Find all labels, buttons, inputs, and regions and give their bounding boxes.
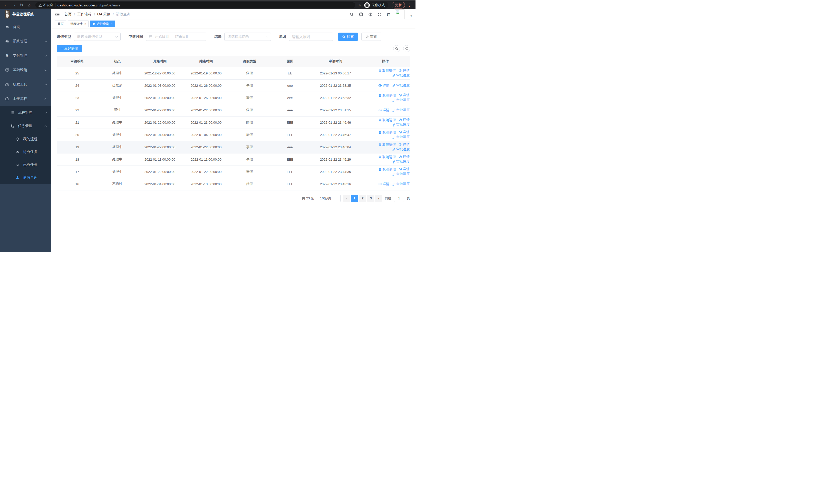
goto-page-input[interactable] [394,195,404,202]
leave-type-select[interactable]: 请选择请假类型 [74,33,121,41]
url-bar[interactable]: 不安全 dashboard.yudao.iocoder.cn/bpm/oa/le… [35,2,355,8]
cell-status: 处理中 [98,128,137,141]
toggle-search-button[interactable] [393,45,400,52]
progress-action-link[interactable]: 审批进度 [392,73,409,78]
cell-status: 处理中 [98,116,137,128]
page-button-3[interactable]: 3 [367,195,374,202]
detail-action-link[interactable]: 详情 [399,93,409,97]
collapse-sidebar-icon[interactable] [55,12,60,17]
avatar[interactable] [395,9,404,19]
update-button[interactable]: 更新 [392,2,405,8]
cancel-action-link[interactable]: 取消请假 [378,155,396,159]
edit-icon [392,160,396,164]
progress-action-link[interactable]: 审批进度 [392,159,409,164]
sidebar-item-done-task[interactable]: 已办任务 [0,158,51,171]
fullscreen-icon[interactable] [377,12,382,17]
reset-button[interactable]: 重置 [361,33,381,41]
prev-page-button[interactable]: ‹ [343,195,350,202]
page-size-select[interactable]: 10条/页 [317,195,341,202]
breadcrumb-workflow[interactable]: 工作流程 [77,12,92,17]
cell-id: 23 [57,92,98,104]
search-button[interactable]: 搜索 [338,33,358,41]
view-icon [378,84,382,87]
cancel-action-link[interactable]: 取消请假 [378,130,396,135]
progress-action-link[interactable]: 审批进度 [392,122,409,127]
detail-action-link[interactable]: 详情 [378,83,389,88]
detail-action-label: 详情 [403,68,409,73]
progress-action-link[interactable]: 审批进度 [392,83,409,88]
help-icon[interactable] [368,12,373,17]
detail-action-link[interactable]: 详情 [399,130,409,135]
github-icon[interactable] [359,12,364,17]
page-button-2[interactable]: 2 [359,195,366,202]
sidebar-item-task-mgmt[interactable]: 任务管理 [0,119,51,133]
progress-action-link[interactable]: 审批进度 [392,182,409,186]
cancel-action-link[interactable]: 取消请假 [378,142,396,147]
detail-action-link[interactable]: 详情 [399,167,409,171]
sidebar-item-todo-task[interactable]: 待办任务 [0,146,51,158]
caret-down-icon[interactable]: ▾ [410,14,412,19]
progress-action-link[interactable]: 审批进度 [392,147,409,152]
chevron-down-icon [45,111,47,114]
progress-action-link[interactable]: 审批进度 [392,108,409,112]
sidebar-item-system[interactable]: 系统管理 [0,34,51,49]
sidebar-item-leave-query[interactable]: 请假查询 [0,171,51,184]
cell-end: 2022-01-26 00:00:00 [183,79,229,92]
forward-icon[interactable]: → [11,2,17,8]
detail-action-link[interactable]: 详情 [378,108,389,112]
reason-input[interactable] [292,35,330,39]
page-button-1[interactable]: 1 [351,195,358,202]
sidebar-item-pay[interactable]: ¥ 支付管理 [0,49,51,63]
next-page-button[interactable]: › [375,195,382,202]
home-icon[interactable]: ⌂ [26,2,32,8]
cancel-action-link[interactable]: 取消请假 [378,118,396,122]
font-size-icon[interactable]: tT [387,12,390,17]
detail-action-link[interactable]: 详情 [378,182,389,186]
cancel-action-link[interactable]: 取消请假 [378,93,396,98]
search-icon[interactable] [349,12,354,17]
breadcrumb-oa[interactable]: OA 示例 [97,12,110,17]
reason-input-wrap [289,33,333,41]
back-icon[interactable]: ← [3,2,9,8]
cancel-action-label: 取消请假 [382,68,396,73]
sidebar-item-my-process[interactable]: 我的流程 [0,133,51,146]
view-icon [378,182,382,186]
security-indicator[interactable]: 不安全 [38,3,53,7]
close-icon[interactable]: × [111,22,112,25]
progress-action-label: 审批进度 [396,108,409,112]
progress-action-label: 审批进度 [396,73,409,78]
detail-action-link[interactable]: 详情 [399,68,409,73]
reload-icon[interactable]: ↻ [19,2,25,8]
tab-process-detail[interactable]: 流程详情× [68,21,89,27]
sidebar-item-home[interactable]: 首页 [0,20,51,34]
close-icon[interactable]: × [84,22,86,25]
detail-action-link[interactable]: 详情 [399,118,409,122]
more-vert-icon[interactable]: ⋮ [406,3,412,7]
sidebar-item-devtool[interactable]: 研发工具 [0,77,51,92]
progress-action-link[interactable]: 审批进度 [392,135,409,139]
result-select[interactable]: 请选择流结果 [224,33,271,41]
monitor-icon [5,68,9,72]
bookmark-star-icon[interactable]: ☆ [358,3,362,7]
cell-end: 2022-01-04 00:00:00 [183,128,229,141]
cancel-action-link[interactable]: 取消请假 [378,68,396,73]
sidebar-item-workflow[interactable]: 工作流程 [0,92,51,106]
sidebar-item-infra[interactable]: 基础设施 [0,63,51,77]
refresh-table-button[interactable] [403,45,410,52]
sidebar-item-label: 支付管理 [13,53,45,58]
tab-leave-query[interactable]: 请假查询× [90,21,115,27]
progress-action-link[interactable]: 审批进度 [392,172,409,176]
app-logo[interactable]: 芋道管理系统 [0,9,51,20]
detail-action-link[interactable]: 详情 [399,142,409,147]
cell-apply: 2022-01-22 23:46:04 [310,141,361,153]
progress-action-link[interactable]: 审批进度 [392,98,409,102]
detail-action-link[interactable]: 详情 [399,154,409,159]
cell-reason: EE [270,67,310,79]
create-leave-button[interactable]: + 发起请假 [57,45,82,52]
apply-time-range-picker[interactable]: 开始日期 - 结束日期 [146,33,206,41]
cancel-action-link[interactable]: 取消请假 [378,167,396,172]
breadcrumb-home[interactable]: 首页 [64,12,71,17]
sidebar-item-process-mgmt[interactable]: 流程管理 [0,106,51,119]
cell-start: 2022-01-04 00:00:00 [137,128,183,141]
tab-home[interactable]: 首页 [55,21,66,27]
